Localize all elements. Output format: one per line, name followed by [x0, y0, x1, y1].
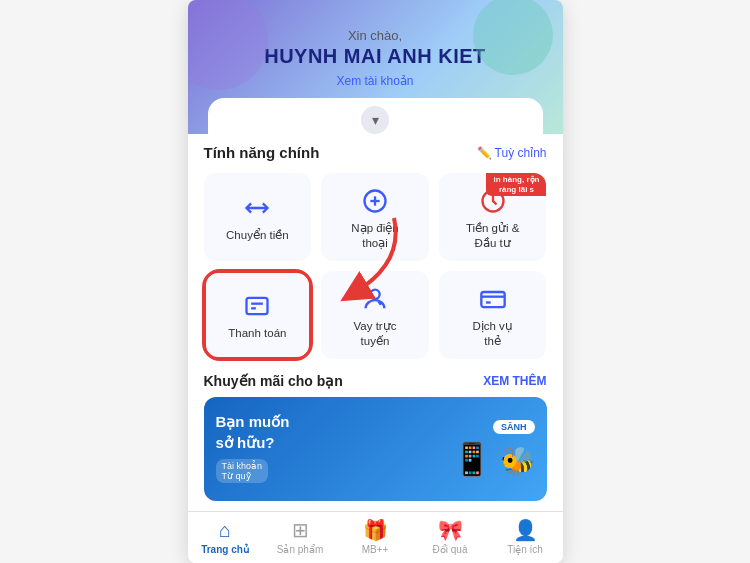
phone-frame: Xin chào, HUYNH MAI ANH KIET Xem tài kho… — [188, 0, 563, 563]
transfer-icon — [243, 194, 271, 222]
nav-trang-chu[interactable]: ⌂ Trang chủ — [188, 519, 263, 555]
loan-icon — [361, 285, 389, 313]
main-content: Tính năng chính ✏️ Tuỳ chỉnh Chuyển tiền — [188, 134, 563, 511]
svg-rect-4 — [247, 298, 268, 314]
promo-banner[interactable]: Bạn muốnsở hữu? Tài khoảnTừ quỹ SĂNH 📱 🐝 — [204, 397, 547, 501]
nav-trang-chu-label: Trang chủ — [201, 544, 249, 555]
nap-dien-thoai-label: Nạp điệnthoại — [351, 221, 398, 251]
promo-tag-taikhoan: Tài khoảnTừ quỹ — [216, 459, 269, 483]
grid-icon: ⊞ — [292, 518, 309, 542]
bee-promo-icon: 🐝 — [500, 445, 535, 478]
promo-icons: 📱 🐝 — [452, 440, 535, 478]
gift-icon: 🎁 — [363, 518, 388, 542]
feature-dich-vu-the[interactable]: Dịch vụthẻ — [439, 271, 547, 359]
nav-doi-qua[interactable]: 🎀 Đổi quà — [413, 518, 488, 555]
nav-san-pham[interactable]: ⊞ Sản phẩm — [263, 518, 338, 555]
promo-badge: in hàng, rộn ràng lãi s — [486, 173, 546, 196]
card-icon — [479, 285, 507, 313]
promotions-header: Khuyến mãi cho bạn XEM THÊM — [204, 373, 547, 389]
customize-label: Tuỳ chỉnh — [495, 146, 547, 160]
view-account-link[interactable]: Xem tài khoản — [208, 74, 543, 88]
customize-button[interactable]: ✏️ Tuỳ chỉnh — [477, 146, 547, 160]
see-more-link[interactable]: XEM THÊM — [483, 374, 546, 388]
decorative-circle-right — [473, 0, 553, 75]
promo-visuals: SĂNH 📱 🐝 — [452, 420, 535, 478]
feature-nap-dien-thoai[interactable]: Nạp điệnthoại — [321, 173, 429, 261]
svg-rect-8 — [481, 292, 504, 307]
feature-vay-truc-tuyen[interactable]: Vay trựctuyến — [321, 271, 429, 359]
nav-mb-plus-label: MB++ — [362, 544, 389, 555]
promo-center-label: SĂNH — [493, 420, 535, 434]
promo-line1: Bạn muốnsở hữu? — [216, 411, 290, 453]
feature-thanh-toan[interactable]: Thanh toán — [204, 271, 312, 359]
vay-truc-tuyen-label: Vay trựctuyến — [354, 319, 397, 349]
phone-plus-icon — [361, 187, 389, 215]
promotions-title: Khuyến mãi cho bạn — [204, 373, 343, 389]
tien-gui-label: Tiền gửi &Đầu tư — [466, 221, 520, 251]
nav-tien-ich-label: Tiện ích — [507, 544, 543, 555]
feature-chuyen-tien[interactable]: Chuyển tiền — [204, 173, 312, 261]
feature-grid: Chuyển tiền Nạp điệnthoại in hàng, rộn r… — [204, 173, 547, 359]
features-section-title: Tính năng chính — [204, 144, 320, 161]
features-section-header: Tính năng chính ✏️ Tuỳ chỉnh — [204, 144, 547, 161]
bottom-navigation: ⌂ Trang chủ ⊞ Sản phẩm 🎁 MB++ 🎀 Đổi quà … — [188, 511, 563, 563]
present-icon: 🎀 — [438, 518, 463, 542]
user-icon: 👤 — [513, 518, 538, 542]
nav-mb-plus[interactable]: 🎁 MB++ — [338, 518, 413, 555]
nav-doi-qua-label: Đổi quà — [433, 544, 468, 555]
chuyen-tien-label: Chuyển tiền — [226, 228, 289, 243]
home-icon: ⌂ — [219, 519, 231, 542]
thanh-toan-label: Thanh toán — [228, 326, 286, 341]
feature-tien-gui[interactable]: in hàng, rộn ràng lãi s Tiền gửi &Đầu tư — [439, 173, 547, 261]
header-background: Xin chào, HUYNH MAI ANH KIET Xem tài kho… — [188, 0, 563, 134]
promo-text-block: Bạn muốnsở hữu? Tài khoảnTừ quỹ — [216, 411, 290, 487]
phone-promo-icon: 📱 — [452, 440, 492, 478]
dich-vu-the-label: Dịch vụthẻ — [472, 319, 512, 349]
chevron-container: ▾ — [208, 98, 543, 134]
edit-icon: ✏️ — [477, 146, 492, 160]
nav-tien-ich[interactable]: 👤 Tiện ích — [488, 518, 563, 555]
svg-point-7 — [370, 290, 379, 299]
nav-san-pham-label: Sản phẩm — [277, 544, 323, 555]
payment-icon — [243, 292, 271, 320]
chevron-down-button[interactable]: ▾ — [361, 106, 389, 134]
